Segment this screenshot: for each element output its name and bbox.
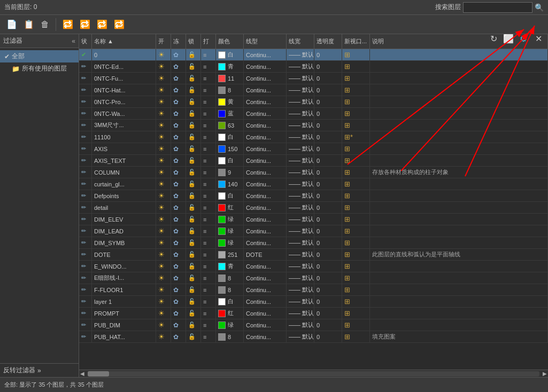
cell-on[interactable]: ☀ [156, 178, 171, 190]
cell-lweight[interactable]: —— 默认 [287, 61, 314, 72]
cell-lock[interactable]: 🔓 [186, 96, 201, 107]
cell-ltype[interactable]: Continu... [244, 214, 287, 225]
cell-lweight[interactable]: —— 默认 [287, 49, 314, 60]
cell-newvp[interactable]: ⊞ [342, 190, 370, 201]
cell-newvp[interactable]: ⊞ [342, 96, 370, 107]
cell-freeze[interactable]: ✿ [171, 319, 186, 331]
cell-freeze[interactable]: ✿ [171, 143, 186, 154]
toolbar-delete-btn[interactable]: 🗑 [38, 19, 51, 30]
cell-lweight[interactable]: —— 默认 [287, 155, 314, 166]
cell-freeze[interactable]: ✿ [171, 308, 186, 319]
cell-lock[interactable]: 🔓 [186, 167, 201, 178]
toolbar-icon1-btn[interactable]: 🔁 [60, 18, 75, 30]
cell-print[interactable]: ≡ [201, 331, 216, 342]
cell-freeze[interactable]: ✿ [171, 61, 186, 72]
cell-print[interactable]: ≡ [201, 225, 216, 237]
cell-newvp[interactable]: ⊞ [342, 108, 370, 119]
cell-lock[interactable]: 🔓 [186, 225, 201, 237]
cell-on[interactable]: ☀ [156, 61, 171, 72]
cell-lock[interactable]: 🔓 [186, 261, 201, 272]
cell-on[interactable]: ☀ [156, 96, 171, 107]
table-row[interactable]: ✏AXIS_TEXT☀✿🔓≡白Continu...—— 默认0⊞ [79, 155, 548, 167]
cell-color[interactable]: 绿 [216, 237, 244, 248]
cell-lweight[interactable]: —— 默认 [287, 178, 314, 190]
cell-newvp[interactable]: ⊞ [342, 249, 370, 260]
cell-newvp[interactable]: ⊞ [342, 319, 370, 331]
cell-newvp[interactable]: ⊞ [342, 261, 370, 272]
table-row[interactable]: ✏DOTE☀✿🔓≡251DOTE—— 默认0⊞此图层的直线和弧认为是平面轴线 [79, 249, 548, 261]
cell-color[interactable]: 白 [216, 131, 244, 143]
cell-color[interactable]: 绿 [216, 225, 244, 237]
cell-freeze[interactable]: ✿ [171, 284, 186, 295]
cell-lweight[interactable]: —— 默认 [287, 96, 314, 107]
table-row[interactable]: ✏PUB_HAT...☀✿🔓≡8Continu...—— 默认0⊞填充图案 [79, 331, 548, 343]
cell-color[interactable]: 63 [216, 120, 244, 131]
cell-freeze[interactable]: ✿ [171, 261, 186, 272]
table-row[interactable]: ✏0NTC-Fu...☀✿🔓≡11Continu...—— 默认0⊞ [79, 73, 548, 84]
cell-on[interactable]: ☀ [156, 237, 171, 248]
cell-on[interactable]: ☀ [156, 319, 171, 331]
cell-print[interactable]: ≡ [201, 214, 216, 225]
cell-lweight[interactable]: —— 默认 [287, 331, 314, 342]
cell-print[interactable]: ≡ [201, 96, 216, 107]
cell-color[interactable]: 8 [216, 84, 244, 96]
cell-lock[interactable]: 🔓 [186, 131, 201, 143]
cell-ltype[interactable]: Continu... [244, 308, 287, 319]
col-header-lweight[interactable]: 线宽 [287, 34, 314, 49]
cell-on[interactable]: ☀ [156, 331, 171, 342]
cell-color[interactable]: 8 [216, 284, 244, 295]
cell-on[interactable]: ☀ [156, 155, 171, 166]
table-row[interactable]: ✏DIM_ELEV☀✿🔓≡绿Continu...—— 默认0⊞ [79, 214, 548, 225]
table-row[interactable]: ✔0☀✿🔓≡白Continu...—— 默认0⊞ [79, 49, 548, 61]
sidebar-item-used-layers[interactable]: 📁 所有使用的图层 [0, 62, 79, 75]
refresh-button[interactable]: ↻ [487, 32, 500, 45]
cell-color[interactable]: 11 [216, 73, 244, 84]
cell-lock[interactable]: 🔓 [186, 190, 201, 201]
cell-freeze[interactable]: ✿ [171, 237, 186, 248]
cell-ltype[interactable]: Continu... [244, 225, 287, 237]
cell-ltype[interactable]: Continu... [244, 108, 287, 119]
table-row[interactable]: ✏AXIS☀✿🔓≡150Continu...—— 默认0⊞ [79, 143, 548, 155]
table-row[interactable]: ✏PROMPT☀✿🔓≡红Continu...—— 默认0⊞ [79, 308, 548, 319]
cell-newvp[interactable]: ⊞ [342, 272, 370, 284]
cell-ltype[interactable]: Continu... [244, 84, 287, 96]
col-header-ltype[interactable]: 线型 [244, 34, 287, 49]
cell-lock[interactable]: 🔓 [186, 73, 201, 84]
toolbar-icon3-btn[interactable]: 🔁 [95, 18, 110, 30]
cell-print[interactable]: ≡ [201, 202, 216, 213]
cell-freeze[interactable]: ✿ [171, 296, 186, 307]
cell-freeze[interactable]: ✿ [171, 155, 186, 166]
cell-color[interactable]: 青 [216, 261, 244, 272]
cell-ltype[interactable]: Continu... [244, 284, 287, 295]
table-row[interactable]: ✏PUB_DIM☀✿🔓≡绿Continu...—— 默认0⊞ [79, 319, 548, 331]
cell-print[interactable]: ≡ [201, 296, 216, 307]
cell-ltype[interactable]: Continu... [244, 190, 287, 201]
table-row[interactable]: ✏E_WINDO...☀✿🔓≡青Continu...—— 默认0⊞ [79, 261, 548, 272]
cell-ltype[interactable]: Continu... [244, 272, 287, 284]
table-row[interactable]: ✏11100☀✿🔓≡白Continu...—— 默认0⊞* [79, 131, 548, 143]
cell-on[interactable]: ☀ [156, 167, 171, 178]
cell-lock[interactable]: 🔓 [186, 202, 201, 213]
cell-lock[interactable]: 🔓 [186, 84, 201, 96]
cell-print[interactable]: ≡ [201, 249, 216, 260]
cell-ltype[interactable]: Continu... [244, 96, 287, 107]
cell-freeze[interactable]: ✿ [171, 272, 186, 284]
cell-lweight[interactable]: —— 默认 [287, 225, 314, 237]
cell-color[interactable]: 红 [216, 202, 244, 213]
scroll-right-arrow[interactable]: ▶ [542, 371, 548, 377]
cell-on[interactable]: ☀ [156, 261, 171, 272]
cell-ltype[interactable]: Continu... [244, 131, 287, 143]
cell-print[interactable]: ≡ [201, 143, 216, 154]
cell-lock[interactable]: 🔓 [186, 108, 201, 119]
col-header-freeze[interactable]: 冻 [171, 34, 186, 49]
cell-ltype[interactable]: Continu... [244, 261, 287, 272]
table-row[interactable]: ✏0NTC-Wa...☀✿🔓≡蓝Continu...—— 默认0⊞ [79, 108, 548, 120]
cell-on[interactable]: ☀ [156, 120, 171, 131]
cell-on[interactable]: ☀ [156, 73, 171, 84]
cell-lock[interactable]: 🔓 [186, 272, 201, 284]
cell-lock[interactable]: 🔓 [186, 319, 201, 331]
cell-lweight[interactable]: —— 默认 [287, 237, 314, 248]
cell-lock[interactable]: 🔓 [186, 61, 201, 72]
cell-lweight[interactable]: —— 默认 [287, 108, 314, 119]
gear-button[interactable]: ⚙ [517, 32, 530, 45]
